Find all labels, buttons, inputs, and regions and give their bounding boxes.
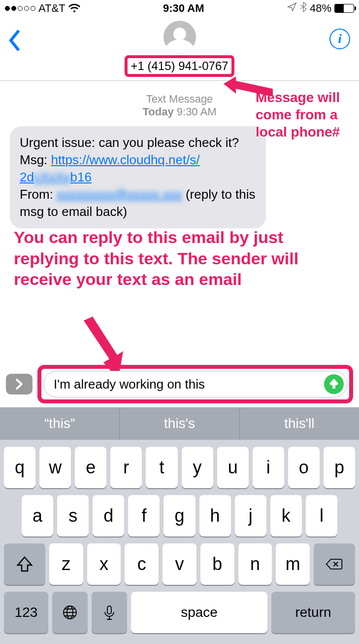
send-button[interactable]: [324, 374, 344, 394]
key-y[interactable]: y: [182, 447, 213, 488]
message-timestamp: Text Message Today 9:30 AM: [10, 93, 349, 118]
incoming-message[interactable]: Urgent issue: can you please check it? M…: [10, 126, 266, 228]
signal-strength-icon: [5, 6, 35, 11]
prediction-0[interactable]: “this”: [0, 407, 119, 440]
key-a[interactable]: a: [22, 495, 53, 537]
keyboard-row-2: a s d f g h j k l: [4, 495, 355, 537]
key-j[interactable]: j: [235, 495, 266, 537]
key-g[interactable]: g: [163, 495, 195, 537]
key-p[interactable]: p: [324, 447, 355, 488]
key-shift[interactable]: [4, 543, 45, 585]
svg-rect-6: [107, 606, 111, 614]
message-time: 9:30 AM: [177, 106, 217, 118]
msg-line-2: Msg: https://www.cloudhq.net/s/2dcXxXxb1…: [20, 151, 256, 186]
key-i[interactable]: i: [253, 447, 284, 488]
msg-from-prefix: From:: [20, 187, 57, 202]
key-m[interactable]: m: [276, 543, 310, 585]
key-q[interactable]: q: [4, 447, 35, 488]
arrow-up-icon: [328, 379, 339, 390]
wifi-icon: [68, 3, 80, 13]
msg-from-email[interactable]: xxxxxxxxx@xxxxx.xxx: [57, 187, 182, 202]
compose-bar: [0, 361, 359, 407]
key-globe[interactable]: [52, 592, 88, 633]
battery-pct: 48%: [310, 2, 331, 15]
key-k[interactable]: k: [270, 495, 302, 537]
backspace-icon: [326, 555, 343, 573]
key-s[interactable]: s: [57, 495, 89, 537]
contact-phone-number: +1 (415) 941-0767: [125, 55, 234, 77]
msg-link-part-blur: cXxXx: [34, 170, 70, 184]
annotation-reply: You can reply to this email by just repl…: [14, 227, 319, 290]
shift-icon: [16, 555, 33, 573]
key-l[interactable]: l: [306, 495, 337, 537]
keyboard: q w e r t y u i o p a s d f g h j k l z …: [0, 440, 359, 644]
prediction-2[interactable]: this'll: [239, 407, 359, 440]
conversation: Text Message Today 9:30 AM Urgent issue:…: [0, 81, 359, 228]
globe-icon: [62, 605, 78, 620]
key-backspace[interactable]: [314, 543, 355, 585]
msg-link-part-a: https://www.cloudhq.net/s/: [51, 152, 200, 167]
mic-icon: [101, 605, 117, 620]
status-right: 48%: [287, 1, 354, 15]
key-z[interactable]: z: [49, 543, 83, 585]
key-w[interactable]: w: [39, 447, 71, 488]
message-day: Today: [143, 106, 174, 118]
key-t[interactable]: t: [146, 447, 177, 488]
location-icon: [287, 2, 297, 15]
keyboard-row-4: 123 space return: [4, 592, 355, 633]
status-left: AT&T: [5, 2, 80, 15]
key-123[interactable]: 123: [4, 592, 48, 633]
key-u[interactable]: u: [217, 447, 249, 488]
avatar-icon: [163, 21, 196, 53]
key-space[interactable]: space: [131, 592, 267, 633]
compose-input[interactable]: [54, 377, 324, 392]
message-type-label: Text Message: [10, 93, 349, 106]
info-button[interactable]: i: [329, 29, 350, 49]
compose-highlight: [37, 365, 353, 403]
predictive-bar: “this” this's this'll: [0, 407, 359, 440]
key-return[interactable]: return: [271, 592, 355, 633]
key-n[interactable]: n: [238, 543, 272, 585]
chevron-right-icon: [15, 378, 24, 390]
msg-line-3: From: xxxxxxxxx@xxxxx.xxx (reply to this…: [20, 186, 256, 220]
contact-header[interactable]: +1 (415) 941-0767: [125, 21, 234, 77]
key-o[interactable]: o: [288, 447, 320, 488]
camera-button[interactable]: [6, 374, 33, 394]
key-x[interactable]: x: [87, 543, 121, 585]
key-e[interactable]: e: [75, 447, 106, 488]
keyboard-row-1: q w e r t y u i o p: [4, 447, 355, 488]
key-dictation[interactable]: [92, 592, 127, 633]
key-f[interactable]: f: [128, 495, 160, 537]
nav-bar: +1 (415) 941-0767 i: [0, 17, 359, 81]
key-d[interactable]: d: [93, 495, 124, 537]
keyboard-row-3: z x c v b n m: [4, 543, 355, 585]
bluetooth-icon: [300, 1, 307, 15]
battery-icon: [334, 4, 354, 13]
compose-field[interactable]: [43, 371, 347, 397]
key-c[interactable]: c: [125, 543, 159, 585]
msg-link-part-b1: 2d: [20, 170, 34, 184]
key-b[interactable]: b: [200, 543, 234, 585]
key-v[interactable]: v: [163, 543, 196, 585]
msg-prefix: Msg:: [20, 152, 51, 167]
carrier-label: AT&T: [38, 2, 65, 15]
msg-line-1: Urgent issue: can you please check it?: [20, 134, 256, 151]
status-time: 9:30 AM: [163, 2, 204, 15]
status-bar: AT&T 9:30 AM 48%: [0, 0, 359, 17]
key-h[interactable]: h: [199, 495, 231, 537]
msg-link-part-b2: b16: [70, 170, 92, 184]
prediction-1[interactable]: this's: [119, 407, 239, 440]
key-r[interactable]: r: [110, 447, 142, 488]
back-button[interactable]: [7, 29, 22, 52]
